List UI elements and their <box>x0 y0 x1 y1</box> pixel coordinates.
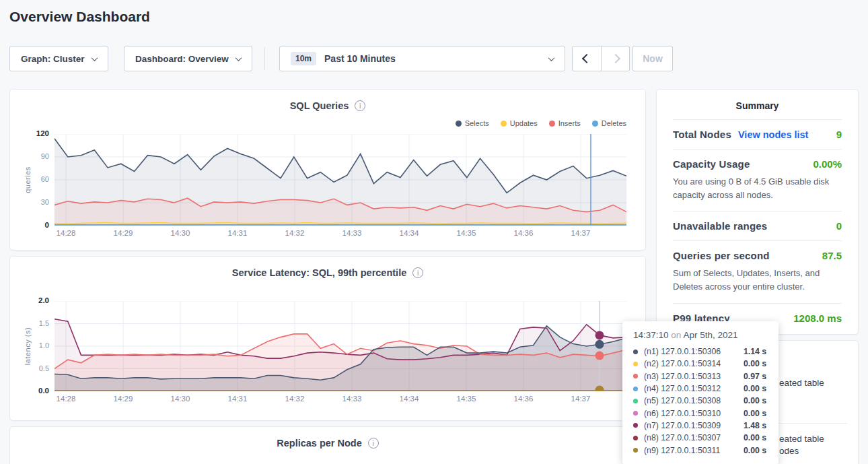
x-axis-tick: 14:30 <box>167 229 194 237</box>
summary-row-unavailable-ranges: Unavailable ranges 0 <box>673 211 842 240</box>
legend-item-deletes[interactable]: Deletes <box>592 119 626 127</box>
y-axis-tick: 0.5 <box>20 364 49 372</box>
series-dot-icon <box>633 411 638 416</box>
legend-item-inserts[interactable]: Inserts <box>549 119 581 127</box>
time-range-label: Past 10 Minutes <box>324 53 396 64</box>
chevron-down-icon <box>91 55 98 61</box>
x-axis-tick: 14:32 <box>281 229 308 237</box>
chart-legend: SelectsUpdatesInsertsDeletes <box>456 119 626 127</box>
x-axis-tick: 14:35 <box>453 229 480 237</box>
chart-title: Replicas per Node <box>277 438 362 449</box>
y-axis-unit: queries <box>24 166 32 193</box>
y-axis-tick: 2.0 <box>20 296 49 304</box>
now-button[interactable]: Now <box>632 46 673 71</box>
chart-title-row: SQL Queries i <box>10 100 645 111</box>
event-item-text: eated table <box>779 434 824 444</box>
capacity-label: Capacity Usage <box>673 158 750 170</box>
next-range-button[interactable] <box>601 46 629 71</box>
x-axis-tick: 14:36 <box>510 229 537 237</box>
y-axis-unit: latency (s) <box>24 327 32 365</box>
tooltip-on: on <box>671 330 681 340</box>
sql-queries-chart[interactable] <box>55 134 626 226</box>
unavailable-value: 0 <box>836 220 842 232</box>
legend-dot <box>456 121 462 127</box>
x-axis-tick: 14:29 <box>110 229 137 237</box>
tooltip-date: Apr 5th, 2021 <box>683 330 737 340</box>
qps-value: 87.5 <box>822 250 842 261</box>
sql-queries-panel: SQL Queries i SelectsUpdatesInsertsDelet… <box>9 89 646 251</box>
tooltip-row: (n7) 127.0.0.1:503091.48 s <box>633 420 768 432</box>
tooltip-row: (n8) 127.0.0.1:503070.00 s <box>633 432 768 444</box>
x-axis-tick: 14:35 <box>453 395 480 403</box>
page-title: Overview Dashboard <box>9 9 150 25</box>
tooltip-row: (n5) 127.0.0.1:503080.00 s <box>633 395 768 407</box>
x-axis-tick: 14:31 <box>224 229 251 237</box>
x-axis-tick: 14:36 <box>510 395 537 403</box>
time-nav-group <box>572 46 630 71</box>
x-axis-tick: 14:32 <box>281 395 308 403</box>
legend-dot <box>501 121 507 127</box>
x-axis: 14:2814:2914:3014:3114:3214:3314:3414:35… <box>55 229 626 238</box>
x-axis-tick: 14:33 <box>338 395 365 403</box>
y-axis-tick: 30 <box>20 198 49 206</box>
now-button-label: Now <box>643 53 663 64</box>
event-item-text: odes <box>779 446 799 456</box>
tooltip-row: (n3) 127.0.0.1:503130.97 s <box>633 370 768 383</box>
view-nodes-link[interactable]: View nodes list <box>738 129 809 140</box>
summary-panel: Summary Total Nodes View nodes list 9 Ca… <box>656 89 859 335</box>
tooltip-row: (n6) 127.0.0.1:503100.00 s <box>633 407 768 419</box>
total-nodes-value: 9 <box>836 129 842 140</box>
replicas-per-node-panel: Replicas per Node i <box>9 426 646 464</box>
series-dot-icon <box>633 387 638 391</box>
p99-value: 1208.0 ms <box>793 312 842 324</box>
info-icon[interactable]: i <box>368 438 379 449</box>
y-axis-tick: 0.0 <box>20 387 49 395</box>
tooltip-row: (n1) 127.0.0.1:503061.14 s <box>633 345 768 358</box>
x-axis-tick: 14:33 <box>338 229 365 237</box>
chart-title: Service Latency: SQL, 99th percentile <box>232 267 407 278</box>
x-axis-tick: 14:30 <box>167 395 194 403</box>
summary-row-capacity: Capacity Usage 0.00% You are using 0 B o… <box>673 149 842 211</box>
legend-dot <box>592 121 598 127</box>
chart-title-row: Replicas per Node i <box>10 438 645 449</box>
y-axis-tick: 0 <box>20 221 49 229</box>
x-axis: 14:2814:2914:3014:3114:3214:3314:3414:35… <box>55 395 626 404</box>
x-axis-tick: 14:31 <box>224 395 251 403</box>
service-latency-chart[interactable] <box>55 301 626 391</box>
time-range-selector[interactable]: 10m Past 10 Minutes <box>279 46 565 71</box>
graph-dropdown[interactable]: Graph: Cluster <box>9 46 108 71</box>
legend-item-updates[interactable]: Updates <box>501 119 538 127</box>
series-dot-icon <box>633 350 638 354</box>
toolbar-divider <box>264 47 265 70</box>
series-dot-icon <box>633 436 638 440</box>
chevron-left-icon <box>582 54 591 63</box>
summary-row-total-nodes: Total Nodes View nodes list 9 <box>673 119 842 149</box>
tooltip-header: 14:37:10 on Apr 5th, 2021 <box>633 330 768 340</box>
chevron-down-icon <box>235 55 242 61</box>
tooltip-rows: (n1) 127.0.0.1:503061.14 s(n2) 127.0.0.1… <box>633 345 768 457</box>
series-dot-icon <box>633 374 638 378</box>
info-icon[interactable]: i <box>412 267 423 278</box>
legend-item-selects[interactable]: Selects <box>456 119 489 127</box>
series-dot-icon <box>633 448 638 453</box>
chevron-down-icon <box>548 55 555 61</box>
series-dot-icon <box>633 362 638 366</box>
legend-dot <box>549 121 555 127</box>
event-item-text: eated table <box>779 378 824 388</box>
unavailable-label: Unavailable ranges <box>673 220 767 232</box>
tooltip-row: (n2) 127.0.0.1:503140.00 s <box>633 358 768 370</box>
capacity-value: 0.00% <box>813 158 842 170</box>
info-icon[interactable]: i <box>355 100 365 111</box>
x-axis-tick: 14:37 <box>567 395 594 403</box>
time-range-badge: 10m <box>291 52 316 65</box>
x-axis-tick: 14:34 <box>396 395 423 403</box>
y-axis-tick: 1.5 <box>20 319 49 327</box>
graph-dropdown-label: Graph: Cluster <box>21 54 85 64</box>
tooltip-row: (n4) 127.0.0.1:503120.00 s <box>633 383 768 395</box>
prev-range-button[interactable] <box>573 46 601 71</box>
tooltip-row: (n9) 127.0.0.1:503110.00 s <box>633 444 768 456</box>
series-dot-icon <box>633 423 638 428</box>
dashboard-dropdown[interactable]: Dashboard: Overview <box>124 46 252 71</box>
x-axis-tick: 14:34 <box>396 229 423 237</box>
y-axis-tick: 90 <box>20 152 49 160</box>
